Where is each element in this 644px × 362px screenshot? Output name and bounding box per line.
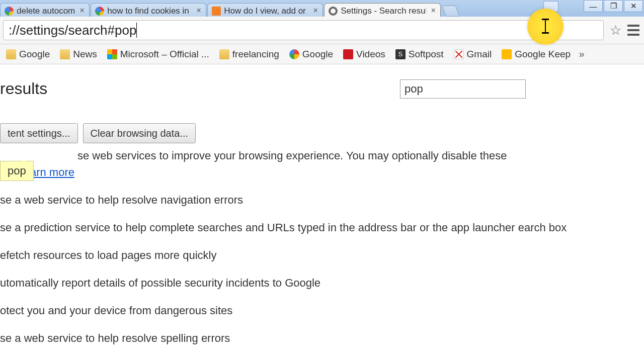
- text-cursor-icon: [542, 19, 549, 34]
- tab-2[interactable]: how to find cookies in c ×: [91, 3, 206, 18]
- window-controls: — ❐ ✕: [584, 0, 643, 12]
- youtube-icon: [343, 49, 353, 59]
- address-bar[interactable]: ://settings/search#pop: [3, 20, 604, 40]
- bookmark-softpost[interactable]: SSoftpost: [391, 46, 448, 62]
- tab-title: Settings - Search result: [341, 6, 426, 16]
- favicon-stackoverflow-icon: [212, 7, 221, 16]
- close-icon[interactable]: ×: [195, 7, 203, 15]
- close-window-button[interactable]: ✕: [624, 0, 643, 12]
- tabs: delete autocom × how to find cookies in …: [0, 0, 458, 17]
- toolbar: ://settings/search#pop ☆: [0, 17, 644, 44]
- bookmark-gmail[interactable]: Gmail: [450, 46, 496, 62]
- close-icon[interactable]: ×: [429, 7, 437, 15]
- tab-title: how to find cookies in c: [107, 6, 192, 16]
- bookmarks-bar: Google News Microsoft – Official ... fre…: [0, 44, 644, 64]
- bookmark-label: Google: [19, 49, 50, 60]
- bookmark-freelancing[interactable]: freelancing: [215, 46, 283, 62]
- tab-title: How do I view, add or e: [224, 6, 308, 16]
- bookmark-news[interactable]: News: [56, 46, 101, 62]
- bookmark-google[interactable]: Google: [285, 46, 337, 62]
- search-match-tooltip: pop: [0, 161, 34, 181]
- minimize-button[interactable]: —: [584, 0, 603, 12]
- folder-icon: [6, 49, 16, 59]
- microsoft-icon: [107, 49, 117, 59]
- text-caret: [136, 23, 137, 38]
- google-icon: [289, 49, 299, 59]
- bookmark-label: Gmail: [467, 49, 492, 60]
- page-heading: results: [0, 79, 644, 98]
- settings-search-input[interactable]: [400, 79, 526, 99]
- option-spelling-service: se a web service to help resolve spellin…: [0, 330, 644, 346]
- tab-title: delete autocom: [17, 6, 75, 16]
- bookmarks-overflow-button[interactable]: »: [577, 48, 587, 60]
- favicon-google-icon: [95, 7, 104, 16]
- gmail-icon: [454, 49, 464, 59]
- menu-button[interactable]: [626, 23, 641, 38]
- folder-icon: [219, 49, 229, 59]
- option-prefetch: efetch resources to load pages more quic…: [0, 247, 644, 263]
- bookmark-google-keep[interactable]: Google Keep: [498, 46, 575, 62]
- bookmark-label: News: [73, 49, 97, 60]
- option-nav-errors: se a web service to help resolve navigat…: [0, 192, 644, 208]
- close-icon[interactable]: ×: [78, 7, 86, 15]
- maximize-button[interactable]: ❐: [604, 0, 623, 12]
- content-settings-button[interactable]: tent settings...: [0, 123, 78, 143]
- folder-icon: [60, 49, 70, 59]
- bookmark-label: Google Keep: [515, 49, 571, 60]
- bookmark-videos[interactable]: Videos: [339, 46, 389, 62]
- bookmark-star-icon[interactable]: ☆: [608, 23, 623, 38]
- tab-3[interactable]: How do I view, add or e ×: [207, 3, 323, 18]
- option-safe-browsing: otect you and your device from dangerous…: [0, 302, 644, 319]
- bookmark-label: Softpost: [409, 49, 444, 60]
- bookmark-label: freelancing: [232, 49, 279, 60]
- bookmark-microsoft[interactable]: Microsoft – Official ...: [103, 46, 213, 62]
- bookmark-label: Microsoft – Official ...: [120, 49, 209, 60]
- settings-page: results tent settings... Clear browsing …: [0, 64, 644, 346]
- favicon-settings-icon: [329, 7, 338, 16]
- tab-1[interactable]: delete autocom ×: [0, 3, 90, 18]
- option-prediction-service: se a prediction service to help complete…: [0, 219, 644, 236]
- softpost-icon: S: [395, 49, 406, 59]
- privacy-intro-text: xxxxxxxxxxxxxxse web services to improve…: [0, 147, 644, 180]
- bookmark-label: Google: [302, 49, 333, 60]
- favicon-google-icon: [5, 7, 14, 16]
- keep-icon: [502, 49, 512, 59]
- url-text: ://settings/search#pop: [9, 23, 136, 38]
- tab-4-active[interactable]: Settings - Search result ×: [324, 3, 441, 18]
- close-icon[interactable]: ×: [311, 7, 319, 15]
- new-tab-button[interactable]: [442, 6, 460, 17]
- privacy-buttons-row: tent settings... Clear browsing data...: [0, 123, 644, 143]
- clear-browsing-data-button[interactable]: Clear browsing data...: [83, 123, 196, 143]
- option-security-reports: utomatically report details of possible …: [0, 275, 644, 291]
- bookmark-google-folder[interactable]: Google: [2, 46, 54, 62]
- bookmark-label: Videos: [356, 49, 385, 60]
